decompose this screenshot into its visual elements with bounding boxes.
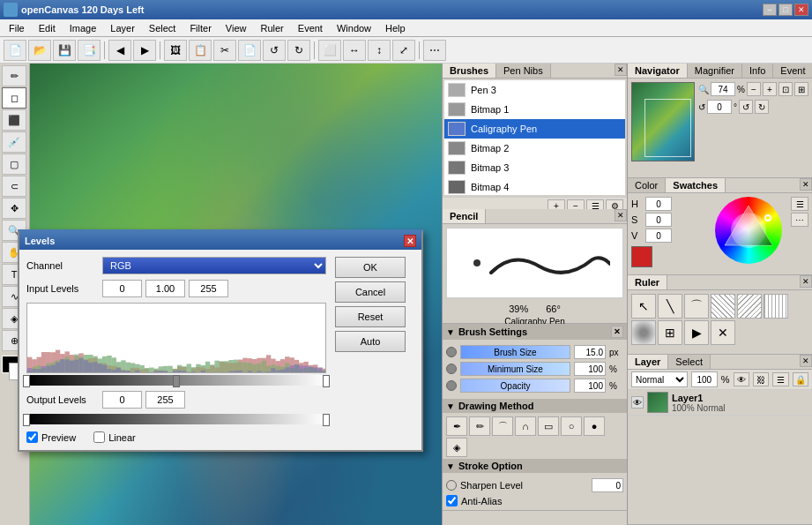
rotate-button[interactable]: ↕ [368, 40, 391, 61]
output-level-1[interactable] [102, 391, 142, 409]
ok-button[interactable]: OK [335, 257, 406, 278]
dm-rect-btn[interactable]: ▭ [538, 416, 559, 436]
opacity-bar[interactable]: Opacity [460, 379, 570, 393]
dm-curve-btn[interactable]: ⌒ [492, 416, 513, 436]
min-size-value[interactable]: 100 [574, 362, 606, 376]
resize-button[interactable]: ⤢ [392, 40, 415, 61]
pen-tool[interactable]: ✏ [2, 65, 26, 86]
output-level-2[interactable] [145, 391, 185, 409]
ruler-line-btn[interactable]: ╲ [658, 294, 682, 319]
layer-menu-btn[interactable]: ☰ [772, 372, 788, 386]
save-as-button[interactable]: 📑 [78, 40, 101, 61]
fill-tool[interactable]: ⬛ [2, 109, 26, 131]
rotation-input[interactable] [707, 100, 732, 114]
rotation-cw-btn[interactable]: ↻ [755, 100, 769, 114]
dm-pen-btn[interactable]: ✒ [446, 416, 467, 436]
brush-size-bar[interactable]: Brush Size [460, 345, 570, 359]
layer-item[interactable]: 👁 Layer1 100% Normal [628, 390, 812, 416]
sharpen-value[interactable]: 0 [592, 478, 623, 492]
anti-alias-checkbox[interactable] [446, 495, 458, 506]
menu-file[interactable]: File [2, 21, 32, 35]
channel-select[interactable]: RGB [102, 257, 326, 274]
auto-button[interactable]: Auto [335, 331, 406, 352]
zoom-fit-btn[interactable]: ⊡ [778, 82, 793, 96]
current-color-swatch[interactable] [631, 246, 652, 267]
color-close[interactable]: ✕ [800, 178, 812, 191]
layer-eye-btn[interactable]: 👁 [734, 372, 749, 386]
ruler-curve-btn[interactable]: ⌒ [684, 294, 709, 319]
layer-visibility-toggle[interactable]: 👁 [631, 396, 644, 409]
prev-button[interactable]: ◀ [108, 40, 131, 61]
blend-mode-select[interactable]: Normal [631, 371, 688, 387]
ruler-pattern1-btn[interactable] [711, 294, 735, 319]
color-extra-btn[interactable]: ⋯ [791, 213, 808, 227]
color-menu-btn[interactable]: ☰ [791, 197, 808, 211]
select-lasso-tool[interactable]: ⊂ [2, 176, 26, 197]
eraser-tool[interactable]: ◻ [2, 87, 26, 109]
zoom-input[interactable] [711, 82, 735, 96]
close-button[interactable]: ✕ [794, 4, 808, 16]
input-level-1[interactable] [102, 280, 142, 297]
menu-filter[interactable]: Filter [183, 21, 218, 35]
dialog-close-button[interactable]: ✕ [404, 235, 416, 247]
paste-button[interactable]: 📋 [189, 40, 212, 61]
ruler-grid-btn[interactable]: ⊞ [658, 320, 682, 345]
drawing-method-header[interactable]: ▼ Drawing Method [443, 399, 627, 413]
tab-ruler[interactable]: Ruler [628, 275, 667, 289]
dm-curve2-btn[interactable]: ∩ [515, 416, 536, 436]
eyedropper-tool[interactable]: 💉 [2, 131, 26, 153]
zoom-in-btn[interactable]: + [763, 82, 777, 96]
layer-lock-btn[interactable]: 🔒 [793, 372, 808, 386]
menu-select[interactable]: Select [142, 21, 183, 35]
brush-item-pen3[interactable]: Pen 3 [444, 80, 625, 100]
brushes-close-button[interactable]: ✕ [615, 64, 627, 76]
minimize-button[interactable]: − [763, 4, 777, 16]
save-button[interactable]: 💾 [53, 40, 76, 61]
brush-item-bitmap2[interactable]: Bitmap 2 [444, 139, 625, 158]
new-file-button[interactable]: 📄 [4, 40, 26, 61]
ruler-circle-btn[interactable] [631, 320, 656, 345]
opacity-input[interactable] [691, 371, 718, 387]
undo-button[interactable]: ↺ [263, 40, 286, 61]
next-button[interactable]: ▶ [133, 40, 156, 61]
v-input[interactable] [645, 229, 672, 243]
output-slider[interactable] [26, 414, 326, 424]
tab-pencil[interactable]: Pencil [443, 209, 486, 223]
opacity-value[interactable]: 100 [574, 379, 606, 393]
maximize-button[interactable]: □ [778, 4, 793, 16]
extra-button[interactable]: ⋯ [423, 40, 446, 61]
tab-color[interactable]: Color [628, 178, 666, 192]
redo-button[interactable]: ↻ [287, 40, 310, 61]
pencil-close-button[interactable]: ✕ [615, 209, 627, 221]
tab-info[interactable]: Info [742, 64, 773, 78]
ruler-select-btn[interactable]: ↖ [631, 294, 656, 319]
brush-size-value[interactable]: 15.0 [574, 345, 606, 359]
transform-button[interactable]: ⬜ [318, 40, 341, 61]
menu-event[interactable]: Event [291, 21, 330, 35]
tab-pen-nibs[interactable]: Pen Nibs [496, 64, 551, 78]
ruler-play-btn[interactable]: ▶ [684, 320, 709, 345]
brush-item-bitmap1[interactable]: Bitmap 1 [444, 100, 625, 119]
ruler-pattern3-btn[interactable] [764, 294, 788, 319]
move-tool[interactable]: ✥ [2, 198, 26, 219]
flip-button[interactable]: ↔ [343, 40, 366, 61]
input-slider[interactable] [26, 375, 326, 386]
cancel-button[interactable]: Cancel [335, 281, 406, 303]
zoom-actual-btn[interactable]: ⊞ [794, 82, 808, 96]
nav-thumbnail[interactable] [631, 82, 695, 161]
dm-extra-btn[interactable]: ◈ [446, 438, 467, 457]
input-level-2[interactable] [145, 280, 185, 297]
min-size-bar[interactable]: Minimum Size [460, 362, 570, 376]
zoom-out-btn[interactable]: − [747, 82, 761, 96]
tab-navigator[interactable]: Navigator [628, 64, 688, 78]
tab-select[interactable]: Select [668, 355, 711, 369]
menu-view[interactable]: View [219, 21, 254, 35]
rotation-ccw-btn[interactable]: ↺ [739, 100, 753, 114]
dm-circle-btn[interactable]: ○ [561, 416, 582, 436]
select-rect-tool[interactable]: ▢ [2, 154, 26, 175]
menu-edit[interactable]: Edit [32, 21, 63, 35]
ruler-clear-btn[interactable]: ✕ [711, 320, 735, 345]
stroke-option-header[interactable]: ▼ Stroke Option [443, 459, 627, 473]
input-slider-right[interactable] [323, 375, 330, 387]
ruler-close[interactable]: ✕ [800, 275, 812, 288]
